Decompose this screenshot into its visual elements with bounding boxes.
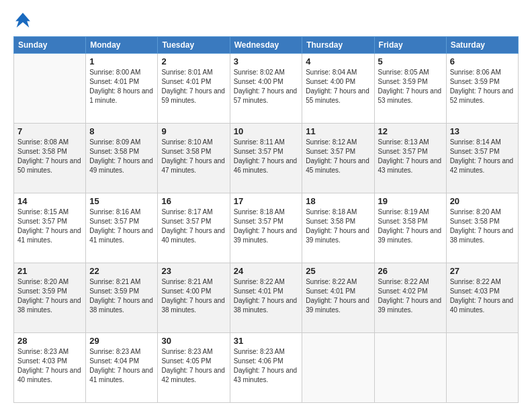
calendar-cell: 11Sunrise: 8:12 AMSunset: 3:57 PMDayligh… <box>302 124 374 193</box>
svg-marker-0 <box>15 13 30 28</box>
calendar-cell: 18Sunrise: 8:18 AMSunset: 3:58 PMDayligh… <box>302 193 374 263</box>
day-number: 29 <box>89 336 154 346</box>
calendar-cell: 16Sunrise: 8:17 AMSunset: 3:57 PMDayligh… <box>158 193 230 263</box>
day-number: 11 <box>306 126 370 136</box>
day-number: 27 <box>450 266 515 276</box>
day-info: Sunrise: 8:05 AMSunset: 3:59 PMDaylight:… <box>378 68 443 105</box>
day-info: Sunrise: 8:23 AMSunset: 4:06 PMDaylight:… <box>234 347 299 385</box>
calendar-cell: 23Sunrise: 8:21 AMSunset: 4:00 PMDayligh… <box>158 263 230 333</box>
column-header-tuesday: Tuesday <box>158 37 230 54</box>
calendar-cell: 21Sunrise: 8:20 AMSunset: 3:59 PMDayligh… <box>14 263 86 333</box>
calendar-week-row: 28Sunrise: 8:23 AMSunset: 4:03 PMDayligh… <box>14 333 519 403</box>
day-number: 19 <box>378 196 443 206</box>
day-info: Sunrise: 8:23 AMSunset: 4:03 PMDaylight:… <box>17 347 82 385</box>
day-number: 22 <box>89 266 154 276</box>
calendar-cell: 8Sunrise: 8:09 AMSunset: 3:58 PMDaylight… <box>86 124 158 193</box>
day-number: 28 <box>17 336 82 346</box>
day-info: Sunrise: 8:13 AMSunset: 3:57 PMDaylight:… <box>378 138 443 175</box>
calendar-cell: 13Sunrise: 8:14 AMSunset: 3:57 PMDayligh… <box>446 124 518 193</box>
calendar-cell: 5Sunrise: 8:05 AMSunset: 3:59 PMDaylight… <box>374 54 446 124</box>
day-info: Sunrise: 8:18 AMSunset: 3:58 PMDaylight:… <box>306 208 370 245</box>
column-header-sunday: Sunday <box>14 37 86 54</box>
day-info: Sunrise: 8:14 AMSunset: 3:57 PMDaylight:… <box>450 138 515 175</box>
calendar-cell <box>302 333 374 403</box>
calendar-cell: 25Sunrise: 8:22 AMSunset: 4:01 PMDayligh… <box>302 263 374 333</box>
day-info: Sunrise: 8:06 AMSunset: 3:59 PMDaylight:… <box>450 68 515 105</box>
day-info: Sunrise: 8:22 AMSunset: 4:02 PMDaylight:… <box>378 277 443 315</box>
calendar-cell: 19Sunrise: 8:19 AMSunset: 3:58 PMDayligh… <box>374 193 446 263</box>
column-header-friday: Friday <box>374 37 446 54</box>
day-info: Sunrise: 8:22 AMSunset: 4:01 PMDaylight:… <box>306 277 370 315</box>
day-number: 26 <box>378 266 443 276</box>
day-number: 13 <box>450 126 515 136</box>
calendar-cell: 30Sunrise: 8:23 AMSunset: 4:05 PMDayligh… <box>158 333 230 403</box>
day-info: Sunrise: 8:18 AMSunset: 3:57 PMDaylight:… <box>234 208 299 245</box>
day-number: 18 <box>306 196 370 206</box>
calendar-cell: 10Sunrise: 8:11 AMSunset: 3:57 PMDayligh… <box>230 124 302 193</box>
calendar-cell: 22Sunrise: 8:21 AMSunset: 3:59 PMDayligh… <box>86 263 158 333</box>
day-number: 24 <box>234 266 299 276</box>
day-number: 15 <box>89 196 154 206</box>
day-info: Sunrise: 8:01 AMSunset: 4:01 PMDaylight:… <box>161 68 226 105</box>
day-info: Sunrise: 8:23 AMSunset: 4:05 PMDaylight:… <box>161 347 226 385</box>
day-info: Sunrise: 8:23 AMSunset: 4:04 PMDaylight:… <box>89 347 154 385</box>
calendar-cell: 9Sunrise: 8:10 AMSunset: 3:58 PMDaylight… <box>158 124 230 193</box>
calendar-cell <box>374 333 446 403</box>
day-info: Sunrise: 8:21 AMSunset: 4:00 PMDaylight:… <box>161 277 226 315</box>
calendar-cell: 20Sunrise: 8:20 AMSunset: 3:58 PMDayligh… <box>446 193 518 263</box>
calendar-week-row: 1Sunrise: 8:00 AMSunset: 4:01 PMDaylight… <box>14 54 519 124</box>
day-info: Sunrise: 8:22 AMSunset: 4:01 PMDaylight:… <box>234 277 299 315</box>
calendar-cell: 3Sunrise: 8:02 AMSunset: 4:00 PMDaylight… <box>230 54 302 124</box>
calendar-cell: 28Sunrise: 8:23 AMSunset: 4:03 PMDayligh… <box>14 333 86 403</box>
calendar-table: SundayMondayTuesdayWednesdayThursdayFrid… <box>13 36 519 403</box>
day-info: Sunrise: 8:11 AMSunset: 3:57 PMDaylight:… <box>234 138 299 175</box>
day-number: 1 <box>89 56 154 66</box>
day-info: Sunrise: 8:15 AMSunset: 3:57 PMDaylight:… <box>17 208 82 245</box>
day-info: Sunrise: 8:12 AMSunset: 3:57 PMDaylight:… <box>306 138 370 175</box>
logo-icon <box>13 11 32 30</box>
day-number: 21 <box>17 266 82 276</box>
calendar-cell: 6Sunrise: 8:06 AMSunset: 3:59 PMDaylight… <box>446 54 518 124</box>
day-number: 7 <box>17 126 82 136</box>
calendar-cell: 7Sunrise: 8:08 AMSunset: 3:58 PMDaylight… <box>14 124 86 193</box>
day-number: 12 <box>378 126 443 136</box>
column-header-wednesday: Wednesday <box>230 37 302 54</box>
day-info: Sunrise: 8:00 AMSunset: 4:01 PMDaylight:… <box>89 68 154 105</box>
day-number: 31 <box>234 336 299 346</box>
day-number: 30 <box>161 336 226 346</box>
day-info: Sunrise: 8:22 AMSunset: 4:03 PMDaylight:… <box>450 277 515 315</box>
page: SundayMondayTuesdayWednesdayThursdayFrid… <box>0 0 532 411</box>
day-info: Sunrise: 8:04 AMSunset: 4:00 PMDaylight:… <box>306 68 370 105</box>
day-number: 8 <box>89 126 154 136</box>
day-info: Sunrise: 8:02 AMSunset: 4:00 PMDaylight:… <box>234 68 299 105</box>
day-info: Sunrise: 8:08 AMSunset: 3:58 PMDaylight:… <box>17 138 82 175</box>
day-info: Sunrise: 8:20 AMSunset: 3:59 PMDaylight:… <box>17 277 82 315</box>
calendar-cell: 4Sunrise: 8:04 AMSunset: 4:00 PMDaylight… <box>302 54 374 124</box>
day-number: 23 <box>161 266 226 276</box>
calendar-cell: 14Sunrise: 8:15 AMSunset: 3:57 PMDayligh… <box>14 193 86 263</box>
calendar-header-row: SundayMondayTuesdayWednesdayThursdayFrid… <box>14 37 519 54</box>
day-number: 20 <box>450 196 515 206</box>
day-info: Sunrise: 8:09 AMSunset: 3:58 PMDaylight:… <box>89 138 154 175</box>
day-number: 17 <box>234 196 299 206</box>
day-info: Sunrise: 8:21 AMSunset: 3:59 PMDaylight:… <box>89 277 154 315</box>
day-number: 9 <box>161 126 226 136</box>
column-header-monday: Monday <box>86 37 158 54</box>
day-number: 2 <box>161 56 226 66</box>
calendar-cell <box>14 54 86 124</box>
day-number: 3 <box>234 56 299 66</box>
calendar-cell <box>446 333 518 403</box>
day-number: 4 <box>306 56 370 66</box>
day-info: Sunrise: 8:17 AMSunset: 3:57 PMDaylight:… <box>161 208 226 245</box>
calendar-cell: 26Sunrise: 8:22 AMSunset: 4:02 PMDayligh… <box>374 263 446 333</box>
column-header-saturday: Saturday <box>446 37 518 54</box>
day-info: Sunrise: 8:16 AMSunset: 3:57 PMDaylight:… <box>89 208 154 245</box>
calendar-cell: 15Sunrise: 8:16 AMSunset: 3:57 PMDayligh… <box>86 193 158 263</box>
day-number: 10 <box>234 126 299 136</box>
calendar-cell: 1Sunrise: 8:00 AMSunset: 4:01 PMDaylight… <box>86 54 158 124</box>
day-number: 14 <box>17 196 82 206</box>
calendar-cell: 27Sunrise: 8:22 AMSunset: 4:03 PMDayligh… <box>446 263 518 333</box>
day-number: 25 <box>306 266 370 276</box>
calendar-cell: 2Sunrise: 8:01 AMSunset: 4:01 PMDaylight… <box>158 54 230 124</box>
calendar-cell: 31Sunrise: 8:23 AMSunset: 4:06 PMDayligh… <box>230 333 302 403</box>
